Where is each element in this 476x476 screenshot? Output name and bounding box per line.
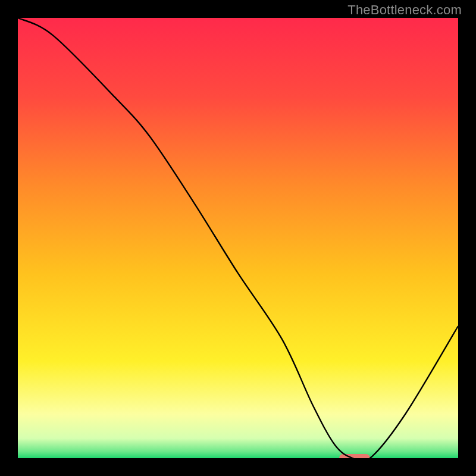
plot-area (18, 18, 458, 458)
watermark-text: TheBottleneck.com (347, 2, 462, 18)
bottleneck-curve (18, 18, 458, 458)
chart-frame: TheBottleneck.com (0, 0, 476, 476)
